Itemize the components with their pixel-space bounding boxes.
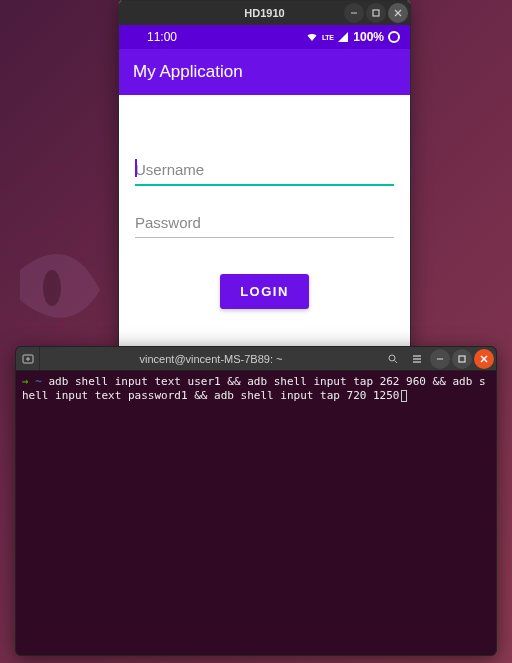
wifi-icon (306, 31, 318, 43)
close-button[interactable] (388, 3, 408, 23)
prompt-arrow: → (22, 375, 35, 388)
android-status-bar: 11:00 LTE 100% (119, 25, 410, 49)
android-window-titlebar[interactable]: HD1910 (119, 1, 410, 25)
terminal-cursor (401, 390, 407, 402)
maximize-button[interactable] (366, 3, 386, 23)
terminal-minimize-button[interactable] (430, 349, 450, 369)
minimize-button[interactable] (344, 3, 364, 23)
search-icon[interactable] (382, 349, 404, 369)
terminal-title: vincent@vincent-MS-7B89: ~ (40, 353, 382, 365)
login-button[interactable]: LOGIN (220, 274, 309, 309)
username-input[interactable] (135, 155, 394, 186)
svg-point-0 (43, 270, 61, 306)
terminal-body[interactable]: → ~ adb shell input text user1 && adb sh… (16, 371, 496, 655)
svg-line-9 (395, 360, 398, 363)
terminal-window: vincent@vincent-MS-7B89: ~ → ~ adb shell… (15, 346, 497, 656)
login-form: LOGIN (119, 95, 410, 349)
prompt-path: ~ (35, 375, 42, 388)
terminal-maximize-button[interactable] (452, 349, 472, 369)
app-bar: My Application (119, 49, 410, 95)
status-time: 11:00 (147, 30, 177, 44)
lte-label: LTE (322, 34, 333, 41)
hamburger-menu-icon[interactable] (406, 349, 428, 369)
terminal-command: adb shell input text user1 && adb shell … (22, 375, 486, 402)
app-title: My Application (133, 62, 243, 82)
password-field-wrapper (135, 208, 394, 238)
text-cursor (135, 159, 137, 177)
signal-icon (337, 31, 349, 43)
username-field-wrapper (135, 155, 394, 186)
battery-percent: 100% (353, 30, 384, 44)
new-tab-button[interactable] (16, 347, 40, 370)
terminal-close-button[interactable] (474, 349, 494, 369)
svg-point-8 (389, 355, 395, 361)
svg-rect-2 (373, 10, 379, 16)
android-emulator-window: HD1910 11:00 LTE 100% My Application (118, 0, 411, 350)
terminal-titlebar[interactable]: vincent@vincent-MS-7B89: ~ (16, 347, 496, 371)
password-input[interactable] (135, 208, 394, 238)
battery-circle-icon (388, 31, 400, 43)
svg-rect-14 (459, 356, 465, 362)
